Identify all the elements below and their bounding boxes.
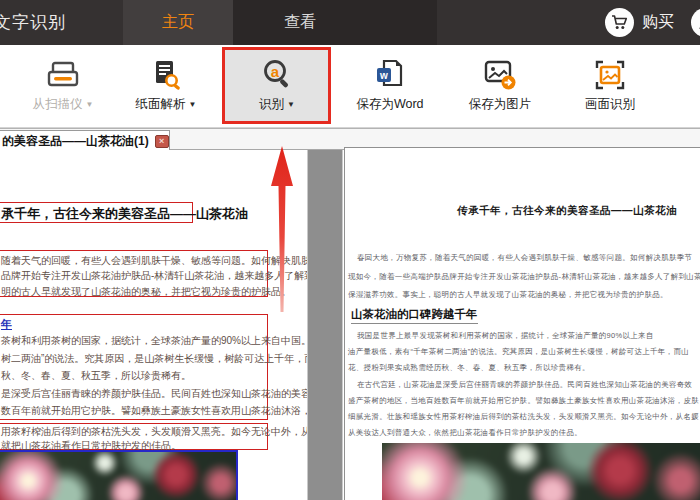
save-as-image-button[interactable]: 保存为图片 [455, 45, 545, 127]
save-as-image-label: 保存为图片 [469, 96, 532, 113]
ocr-zone-paragraph-3[interactable]: 用茶籽榨油后得到的茶枯洗头发，头发顺滑又黑亮。如今无论中外，从名媛到明星， 就把… [0, 423, 268, 450]
tab-home[interactable]: 主页 [123, 0, 233, 45]
result-text-line: 细腻光滑。壮族和瑶族女性用茶籽榨油后得到的茶枯洗头发，头发顺滑又黑亮。如今无论中… [348, 409, 699, 425]
app-title: 文字识别 [0, 11, 66, 34]
svg-text:a: a [271, 63, 280, 80]
account-icon[interactable] [691, 8, 700, 37]
result-text-line: 现如今，随着一些高端护肤品牌开始专注开发山茶花油护肤品-林清轩山茶花油，越来越多… [348, 268, 700, 287]
ribbon-toolbar: 从扫描仪▼ 纸面解析▼ a 识别▼ [0, 45, 700, 128]
recognize-button[interactable]: a 识别▼ [232, 45, 322, 127]
scan-text-line: 明的古人早就发现了山茶花油的奥秘，并把它视为珍贵的护肤品。 [1, 284, 267, 299]
recognize-magnifier-icon: a [260, 56, 294, 94]
result-document-page[interactable]: 传承千年，古往今来的美容圣品——山茶花油 春回大地，万物复苏，随着天气的回暖，有… [344, 147, 700, 500]
paper-analysis-button[interactable]: 纸面解析▼ [121, 45, 211, 127]
result-text-line: 花、授粉到果实成熟需经历秋、冬、春、夏、秋五季，所以珍贵稀有。 [348, 360, 699, 376]
dropdown-arrow-icon: ▼ [86, 100, 94, 109]
result-text-line: 春回大地，万物复苏，随着天气的回暖，有些人会遇到肌肤干燥、敏感等问题。如何解决肌… [348, 249, 700, 268]
ocr-zone-paragraph-2[interactable]: 年 茶树和利用茶树的国家，据统计，全球茶油产量的90%以上来自中国。不过山茶花 … [0, 314, 268, 420]
paper-analysis-label: 纸面解析 [136, 97, 186, 111]
scan-text-line: 随着天气的回暖，有些人会遇到肌肤干燥、敏感等问题。如何解决肌肤季节问题呢？ [1, 253, 267, 268]
svg-text:w: w [379, 70, 388, 81]
save-as-word-button[interactable]: w 保存为Word [340, 45, 440, 127]
close-tab-icon[interactable]: × [155, 135, 169, 148]
cart-icon [605, 8, 634, 37]
result-text-line: 从美妆达人到普通大众，依然把山茶花油看作日常护肤护发的佳品。 [348, 425, 699, 441]
scan-title-text: 承千年，古往今来的美容圣品——山茶花油 [1, 205, 192, 223]
scan-text-line: 是深受后宫佳丽青睐的养颜护肤佳品。民间百姓也深知山茶花油的美容奇效。在一些 [1, 385, 267, 403]
scan-text-line: 用茶籽榨油后得到的茶枯洗头发，头发顺滑又黑亮。如今无论中外，从名媛到明星， [1, 425, 267, 439]
result-text-line: 保湿滋养功效。事实上，聪明的古人早就发现了山茶花油的奥秘，并把它视为珍贵的护肤品… [348, 286, 700, 305]
result-paragraph-2: 我国是世界上最早发现茶树和利用茶树的国家，据统计，全球茶油产量的90%以上来自 … [348, 328, 699, 441]
scan-text-line: 秋、冬、春、夏、秋五季，所以珍贵稀有。 [1, 367, 267, 385]
tab-view-background [233, 0, 437, 45]
result-text-line: 盛产茶树的地区，当地百姓数百年前就开始用它护肤。譬如彝族土豪族女性喜欢用山茶花油… [348, 393, 699, 409]
scan-text-line: 树二两油”的说法。究其原因，是山茶树生长缓慢，树龄可达上千年，而山茶果从开 [1, 350, 267, 368]
source-document-panel[interactable]: 承千年，古往今来的美容圣品——山茶花油 随着天气的回暖，有些人会遇到肌肤干燥、敏… [0, 150, 307, 500]
word-document-icon: w [374, 56, 406, 94]
screen-recognize-label: 画面识别 [585, 96, 635, 113]
result-text-line: 油产量极低，素有“千年茶树二两油”的说法。究其原因，是山茶树生长缓慢，树龄可达上… [348, 344, 699, 360]
scan-text-line: 茶树和利用茶树的国家，据统计，全球茶油产量的90%以上来自中国。不过山茶花 [1, 332, 267, 350]
dropdown-arrow-icon: ▼ [287, 100, 295, 109]
save-as-word-label: 保存为Word [356, 96, 423, 113]
screen-recognize-button[interactable]: 画面识别 [565, 45, 655, 127]
from-scanner-label: 从扫描仪 [33, 97, 83, 111]
scan-section-heading: 年 [1, 317, 267, 332]
buy-label: 购买 [642, 12, 674, 33]
result-image [382, 443, 700, 500]
ocr-zone-image[interactable] [0, 450, 238, 500]
document-magnifier-icon [150, 56, 182, 94]
camellia-photo [0, 450, 238, 500]
camellia-photo [382, 443, 700, 500]
scanner-icon [46, 56, 80, 94]
result-title: 传承千年，古往今来的美容圣品——山茶花油 [457, 204, 677, 218]
from-scanner-button[interactable]: 从扫描仪▼ [18, 45, 108, 127]
scan-text-line: 数百年前就开始用它护肤。譬如彝族土豪族女性喜欢用山茶花油沐浴，皮肤极富弹性， [1, 402, 267, 420]
result-section-heading: 山茶花油的口碑跨越千年 [351, 307, 478, 324]
result-text-line: 我国是世界上最早发现茶树和利用茶树的国家，据统计，全球茶油产量的90%以上来自 [348, 328, 699, 344]
recognize-label: 识别 [259, 97, 284, 111]
annotation-arrow-up [266, 144, 298, 316]
document-tab[interactable]: 的美容圣品——山茶花油(1) × [0, 130, 170, 151]
buy-button[interactable]: 购买 [605, 0, 674, 45]
result-paragraph-1: 春回大地，万物复苏，随着天气的回暖，有些人会遇到肌肤干燥、敏感等问题。如何解决肌… [348, 249, 700, 305]
ocr-zone-paragraph-1[interactable]: 随着天气的回暖，有些人会遇到肌肤干燥、敏感等问题。如何解决肌肤季节问题呢？ 品牌… [0, 250, 268, 297]
scan-text-line: 品牌开始专注开发山茶花油护肤品-林清轩山茶花油，越来越多人了解到山茶花油的 [1, 268, 267, 283]
title-bar: 文字识别 主页 查看 购买 [0, 0, 700, 45]
document-tab-title: 的美容圣品——山茶花油(1) [0, 133, 149, 150]
ocr-zone-title[interactable]: 承千年，古往今来的美容圣品——山茶花油 [0, 202, 193, 223]
image-export-icon [483, 56, 517, 94]
dropdown-arrow-icon: ▼ [189, 100, 197, 109]
result-text-line: 在古代宫廷，山茶花油是深受后宫佳丽青睐的养颜护肤佳品。民间百姓也深知山茶花油的美… [348, 377, 699, 393]
tab-view[interactable]: 查看 [270, 0, 330, 45]
screen-capture-icon [594, 56, 626, 94]
panel-splitter[interactable] [307, 150, 343, 500]
